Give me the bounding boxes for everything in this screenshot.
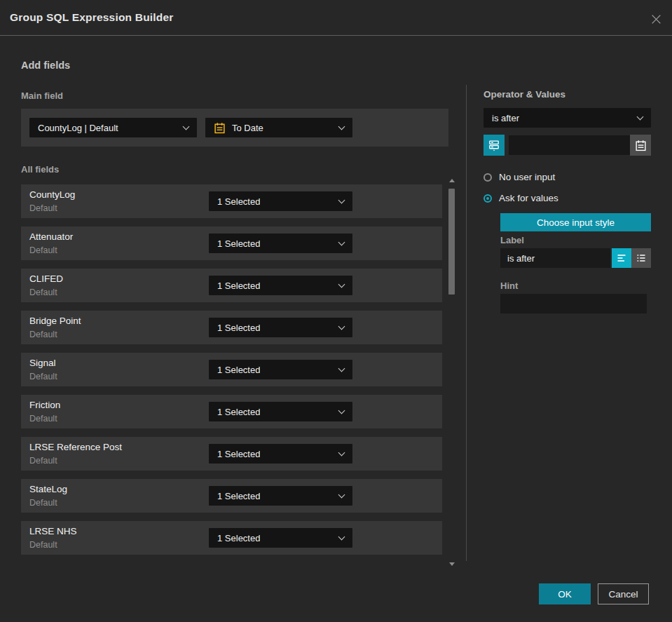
ask-for-values-radio[interactable]: Ask for values xyxy=(484,193,558,203)
cancel-button[interactable]: Cancel xyxy=(598,583,649,604)
chevron-down-icon xyxy=(338,280,345,288)
operator-values-heading: Operator & Values xyxy=(484,89,565,100)
field-values-select[interactable]: 1 Selected xyxy=(209,444,352,464)
radio-checked-icon xyxy=(484,194,492,203)
calendar-icon xyxy=(214,122,226,134)
stored-values-button[interactable] xyxy=(484,135,505,156)
field-source: Default xyxy=(29,498,57,508)
bulleted-list-icon xyxy=(636,252,647,264)
chevron-down-icon xyxy=(338,323,345,330)
field-row: Attenuator Default 1 Selected xyxy=(21,227,442,260)
fields-list-scrollbar[interactable] xyxy=(448,177,456,567)
all-fields-list: CountyLog Default 1 Selected Attenuator … xyxy=(21,184,442,555)
no-user-input-radio[interactable]: No user input xyxy=(484,172,555,182)
add-fields-heading: Add fields xyxy=(21,60,70,71)
hint-field-label: Hint xyxy=(500,280,518,291)
field-name: Friction xyxy=(29,400,60,410)
field-row: StateLog Default 1 Selected xyxy=(21,479,442,513)
field-source: Default xyxy=(29,372,57,381)
field-row: CLIFED Default 1 Selected xyxy=(21,269,442,302)
field-values-select[interactable]: 1 Selected xyxy=(209,528,352,548)
stacked-bars-icon xyxy=(488,139,500,151)
list-style-button[interactable] xyxy=(631,248,651,268)
hint-input[interactable] xyxy=(500,294,647,313)
dialog-title: Group SQL Expression Builder xyxy=(10,11,174,24)
field-source: Default xyxy=(29,540,57,550)
field-source: Default xyxy=(29,456,57,466)
single-line-style-button[interactable] xyxy=(612,248,631,268)
field-source: Default xyxy=(29,245,57,255)
field-name: Attenuator xyxy=(29,231,73,242)
main-field-label: Main field xyxy=(21,90,63,101)
scrollbar-thumb[interactable] xyxy=(448,189,455,295)
field-values-select[interactable]: 1 Selected xyxy=(209,318,352,337)
field-values-select[interactable]: 1 Selected xyxy=(209,234,352,253)
main-field-panel: CountyLog | Default To Date xyxy=(21,109,448,147)
field-values-select[interactable]: 1 Selected xyxy=(209,486,352,506)
field-name: LRSE NHS xyxy=(29,526,77,536)
field-name: CLIFED xyxy=(29,273,63,284)
main-field-type-select[interactable]: To Date xyxy=(205,118,352,137)
field-values-select[interactable]: 1 Selected xyxy=(209,276,352,295)
radio-unchecked-icon xyxy=(484,173,492,182)
align-left-icon xyxy=(616,252,627,264)
field-name: LRSE Reference Post xyxy=(29,442,122,452)
group-sql-expression-builder-dialog: Group SQL Expression Builder Add fields … xyxy=(0,0,672,622)
field-values-select[interactable]: 1 Selected xyxy=(209,360,352,379)
label-input[interactable] xyxy=(500,248,610,268)
chevron-down-icon xyxy=(338,123,345,130)
field-row: LRSE NHS Default 1 Selected xyxy=(21,521,442,555)
all-fields-label: All fields xyxy=(21,164,59,175)
chevron-down-icon xyxy=(338,533,345,540)
field-row: LRSE Reference Post Default 1 Selected xyxy=(21,437,442,471)
chevron-down-icon xyxy=(338,449,345,456)
close-icon[interactable] xyxy=(650,13,662,25)
scroll-down-arrow-icon[interactable] xyxy=(449,562,455,566)
field-name: Signal xyxy=(29,358,56,368)
field-name: StateLog xyxy=(29,484,67,494)
chevron-down-icon xyxy=(338,365,345,372)
chevron-down-icon xyxy=(338,196,345,203)
calendar-icon xyxy=(635,140,647,151)
ok-button[interactable]: OK xyxy=(539,583,591,604)
dialog-titlebar: Group SQL Expression Builder xyxy=(0,0,672,36)
label-field-label: Label xyxy=(500,235,524,245)
field-source: Default xyxy=(29,414,57,424)
chevron-down-icon xyxy=(338,238,345,245)
choose-input-style-button[interactable]: Choose input style xyxy=(500,213,651,231)
scroll-up-arrow-icon[interactable] xyxy=(449,179,455,182)
chevron-down-icon xyxy=(637,113,644,120)
field-values-select[interactable]: 1 Selected xyxy=(209,402,352,421)
field-source: Default xyxy=(29,203,57,213)
field-source: Default xyxy=(29,330,57,339)
field-values-select[interactable]: 1 Selected xyxy=(209,191,352,211)
main-field-select[interactable]: CountyLog | Default xyxy=(29,118,197,137)
field-row: CountyLog Default 1 Selected xyxy=(21,184,442,218)
field-row: Friction Default 1 Selected xyxy=(21,395,442,428)
chevron-down-icon xyxy=(183,123,190,130)
operator-select[interactable]: is after xyxy=(484,108,651,128)
chevron-down-icon xyxy=(338,407,345,414)
field-name: CountyLog xyxy=(29,189,75,200)
field-row: Bridge Point Default 1 Selected xyxy=(21,311,442,344)
vertical-divider xyxy=(466,85,467,561)
value-input[interactable] xyxy=(509,135,630,155)
field-source: Default xyxy=(29,288,57,297)
date-picker-button[interactable] xyxy=(630,135,651,156)
field-row: Signal Default 1 Selected xyxy=(21,353,442,386)
field-name: Bridge Point xyxy=(29,316,81,326)
chevron-down-icon xyxy=(338,491,345,498)
